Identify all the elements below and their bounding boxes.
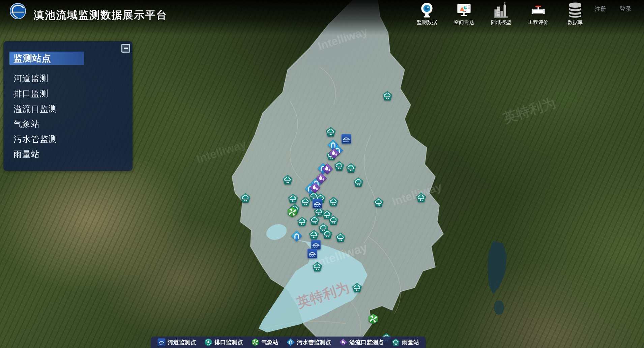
rain-marker-icon	[322, 229, 332, 239]
overflow-legend-icon	[339, 338, 347, 346]
rain-station-marker[interactable]	[353, 177, 363, 187]
rain-marker-icon	[335, 232, 346, 242]
rain-station-marker[interactable]	[334, 161, 344, 171]
legend-item-sewage: 污水管监测点	[287, 338, 331, 346]
legend-label: 污水管监测点	[297, 339, 331, 346]
sewage-marker-icon	[291, 230, 302, 242]
weather-station-marker[interactable]	[287, 207, 298, 218]
rain-marker-icon	[312, 262, 322, 272]
nav-item-monitor-data[interactable]: 监测数据	[414, 2, 440, 26]
sidebar-item-sewage[interactable]: 污水管监测	[3, 132, 133, 147]
sidebar-item-weather[interactable]: 气象站	[3, 116, 133, 132]
rain-legend-icon	[392, 338, 400, 346]
nav-item-spatial-theme[interactable]: 空间专题	[451, 2, 477, 26]
rain-station-marker[interactable]	[346, 163, 356, 173]
nav-item-label: 数据库	[568, 19, 583, 26]
rain-marker-icon	[328, 215, 339, 225]
panel-menu: 河道监测排口监测溢流口监测气象站污水管监测雨量站	[3, 71, 133, 162]
legend-item-river: 河道监测点	[157, 338, 196, 346]
rain-marker-icon	[352, 283, 362, 293]
rain-marker-icon	[346, 163, 356, 173]
rain-marker-icon	[353, 177, 363, 187]
weather-marker-icon	[287, 207, 298, 218]
nav-item-project-eval[interactable]: 工程评价	[525, 2, 551, 26]
weather-legend-icon	[251, 338, 259, 346]
rain-marker-icon	[309, 230, 319, 240]
map-legend: 河道监测点 排口监测点 气象站 污水管监测点 溢流口监测点 雨量站	[151, 337, 426, 348]
sewage-legend-icon	[287, 338, 295, 346]
rain-marker-icon	[240, 193, 251, 203]
river-station-marker[interactable]	[312, 199, 323, 209]
rain-station-marker[interactable]	[288, 194, 298, 204]
rain-marker-icon	[297, 216, 307, 227]
nav-item-label: 空间专题	[454, 19, 474, 26]
legend-item-outfall: 排口监测点	[204, 338, 243, 346]
river-legend-icon	[157, 338, 166, 346]
overflow-station-marker[interactable]	[309, 182, 321, 194]
outfall-legend-icon	[204, 338, 212, 346]
legend-label: 气象站	[261, 339, 279, 346]
page-title: 滇池流域监测数据展示平台	[34, 8, 167, 22]
rain-station-marker[interactable]	[283, 175, 293, 185]
nav-item-label: 陆域模型	[491, 19, 511, 26]
login-link[interactable]: 登录	[620, 5, 631, 13]
pipe-valve-icon	[530, 2, 547, 19]
weather-station-marker[interactable]	[368, 314, 379, 324]
river-station-marker[interactable]	[341, 134, 352, 144]
legend-item-weather: 气象站	[251, 338, 279, 346]
monitor-chart-icon	[456, 2, 472, 19]
nav-item-label: 监测数据	[417, 19, 437, 26]
overflow-station-marker[interactable]	[328, 148, 340, 159]
panel-title: 监测站点	[9, 52, 84, 65]
sidebar-item-rain[interactable]: 雨量站	[3, 147, 133, 162]
sewage-station-marker[interactable]	[291, 230, 302, 242]
rain-station-marker[interactable]	[416, 193, 426, 203]
legend-label: 排口监测点	[214, 339, 243, 346]
sidebar-item-outfall[interactable]: 排口监测	[3, 86, 133, 101]
rain-marker-icon	[374, 197, 384, 207]
top-nav: 监测数据 空间专题 陆域模型 工程评价	[414, 2, 588, 26]
register-link[interactable]: 注册	[595, 5, 606, 13]
river-station-marker[interactable]	[307, 249, 318, 259]
rain-station-marker[interactable]	[335, 232, 346, 242]
nav-item-label: 工程评价	[528, 19, 548, 26]
rain-station-marker[interactable]	[312, 262, 322, 272]
rain-marker-icon	[416, 193, 426, 203]
rain-station-marker[interactable]	[322, 229, 332, 239]
rain-station-marker[interactable]	[374, 197, 384, 207]
legend-label: 雨量站	[402, 339, 419, 346]
river-marker-icon	[341, 134, 352, 144]
rain-station-marker[interactable]	[297, 216, 307, 227]
webcam-icon	[418, 2, 435, 19]
rain-marker-icon	[328, 197, 339, 207]
nav-item-database[interactable]: 数据库	[562, 2, 588, 26]
rain-station-marker[interactable]	[382, 91, 392, 101]
app-logo-icon	[9, 3, 26, 20]
river-marker-icon	[312, 199, 323, 209]
rain-marker-icon	[382, 91, 392, 101]
legend-label: 河道监测点	[168, 339, 196, 346]
rain-marker-icon	[288, 194, 298, 204]
overflow-marker-icon	[309, 182, 321, 194]
rain-station-marker[interactable]	[240, 193, 251, 203]
rain-marker-icon	[283, 175, 293, 185]
sidebar-item-overflow[interactable]: 溢流口监测	[3, 101, 133, 116]
minimize-icon[interactable]	[121, 44, 130, 53]
river-marker-icon	[307, 249, 318, 259]
legend-label: 溢流口监测点	[349, 339, 384, 346]
rain-station-marker[interactable]	[326, 127, 336, 137]
database-icon	[567, 2, 584, 19]
rain-station-marker[interactable]	[309, 230, 319, 240]
rain-marker-icon	[326, 127, 336, 137]
legend-item-overflow: 溢流口监测点	[339, 338, 384, 346]
nav-item-land-model[interactable]: 陆域模型	[488, 2, 514, 26]
rain-marker-icon	[334, 161, 344, 171]
buildings-icon	[493, 2, 509, 19]
rain-station-marker[interactable]	[328, 197, 339, 207]
rain-station-marker[interactable]	[328, 215, 339, 225]
legend-item-rain: 雨量站	[392, 338, 419, 346]
rain-station-marker[interactable]	[352, 283, 362, 293]
sidebar-item-river[interactable]: 河道监测	[3, 71, 133, 86]
weather-marker-icon	[368, 314, 379, 324]
monitoring-stations-panel: 监测站点 河道监测排口监测溢流口监测气象站污水管监测雨量站	[3, 41, 133, 171]
